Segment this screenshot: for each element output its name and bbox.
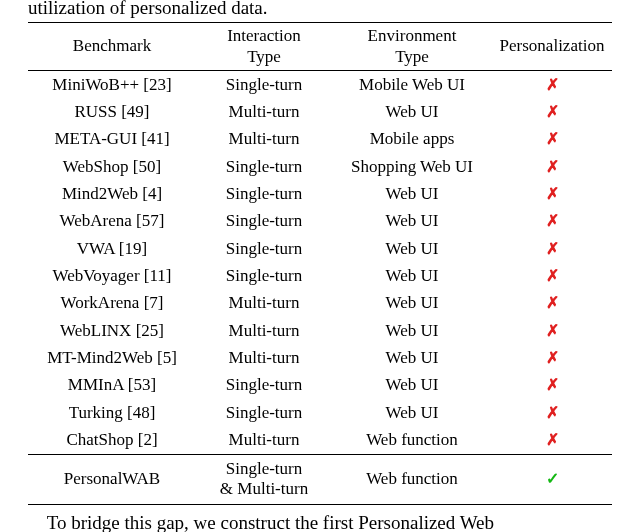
col-personalization: Personalization bbox=[492, 23, 612, 71]
table-row: WebArena [57]Single-turnWeb UI✗ bbox=[28, 208, 612, 235]
cell-personalization: ✗ bbox=[492, 263, 612, 290]
cell-environment: Web UI bbox=[332, 345, 492, 372]
cell-interaction: Single-turn bbox=[196, 181, 332, 208]
cell-interaction: Single-turn bbox=[196, 235, 332, 262]
cell-personalization: ✗ bbox=[492, 235, 612, 262]
cell-benchmark: Mind2Web [4] bbox=[28, 181, 196, 208]
cell-personalization: ✗ bbox=[492, 126, 612, 153]
cell-benchmark: META-GUI [41] bbox=[28, 126, 196, 153]
cell-interaction: Multi-turn bbox=[196, 345, 332, 372]
col-interaction: Interaction Type bbox=[196, 23, 332, 71]
table-row: WebShop [50]Single-turnShopping Web UI✗ bbox=[28, 153, 612, 180]
table-header: Benchmark Interaction Type Environment T… bbox=[28, 23, 612, 71]
col-benchmark: Benchmark bbox=[28, 23, 196, 71]
cell-environment: Web UI bbox=[332, 181, 492, 208]
cell-personalization: ✗ bbox=[492, 345, 612, 372]
cross-icon: ✗ bbox=[546, 158, 559, 175]
cell-benchmark: ChatShop [2] bbox=[28, 427, 196, 455]
cell-benchmark: WorkArena [7] bbox=[28, 290, 196, 317]
cell-interaction: Single-turn bbox=[196, 71, 332, 99]
cell-personalization: ✗ bbox=[492, 427, 612, 455]
cell-environment: Web UI bbox=[332, 208, 492, 235]
cell-personalization: ✗ bbox=[492, 99, 612, 126]
table-body: MiniWoB++ [23]Single-turnMobile Web UI✗R… bbox=[28, 71, 612, 505]
cell-environment: Web function bbox=[332, 427, 492, 455]
table-row: ChatShop [2]Multi-turnWeb function✗ bbox=[28, 427, 612, 455]
cell-benchmark: WebVoyager [11] bbox=[28, 263, 196, 290]
cross-icon: ✗ bbox=[546, 103, 559, 120]
cell-benchmark: WebLINX [25] bbox=[28, 317, 196, 344]
table-row: Mind2Web [4]Single-turnWeb UI✗ bbox=[28, 181, 612, 208]
cross-icon: ✗ bbox=[546, 76, 559, 93]
cell-environment: Web UI bbox=[332, 99, 492, 126]
cell-personalization: ✗ bbox=[492, 372, 612, 399]
cell-benchmark: VWA [19] bbox=[28, 235, 196, 262]
table-row: WorkArena [7]Multi-turnWeb UI✗ bbox=[28, 290, 612, 317]
cross-icon: ✗ bbox=[546, 267, 559, 284]
cell-interaction: Single-turn bbox=[196, 372, 332, 399]
cell-personalization: ✗ bbox=[492, 290, 612, 317]
cropped-bottom-text: To bridge this gap, we construct the fir… bbox=[28, 512, 612, 532]
cell-benchmark: PersonalWAB bbox=[28, 455, 196, 505]
cell-environment: Web UI bbox=[332, 290, 492, 317]
table-row: WebLINX [25]Multi-turnWeb UI✗ bbox=[28, 317, 612, 344]
cell-interaction: Single-turn bbox=[196, 153, 332, 180]
table-footer-row: PersonalWABSingle-turn& Multi-turnWeb fu… bbox=[28, 455, 612, 505]
cell-environment: Mobile apps bbox=[332, 126, 492, 153]
cross-icon: ✗ bbox=[546, 294, 559, 311]
cell-personalization: ✓ bbox=[492, 455, 612, 505]
col-environment: Environment Type bbox=[332, 23, 492, 71]
cell-personalization: ✗ bbox=[492, 153, 612, 180]
cell-benchmark: Turking [48] bbox=[28, 399, 196, 426]
check-icon: ✓ bbox=[546, 470, 559, 487]
cell-interaction: Single-turn bbox=[196, 399, 332, 426]
cell-interaction: Single-turn bbox=[196, 208, 332, 235]
table-row: Turking [48]Single-turnWeb UI✗ bbox=[28, 399, 612, 426]
cell-interaction: Multi-turn bbox=[196, 427, 332, 455]
cross-icon: ✗ bbox=[546, 349, 559, 366]
table-row: MMInA [53]Single-turnWeb UI✗ bbox=[28, 372, 612, 399]
cell-interaction: Single-turn& Multi-turn bbox=[196, 455, 332, 505]
table-row: META-GUI [41]Multi-turnMobile apps✗ bbox=[28, 126, 612, 153]
cell-benchmark: RUSS [49] bbox=[28, 99, 196, 126]
cell-environment: Web UI bbox=[332, 317, 492, 344]
table-row: MiniWoB++ [23]Single-turnMobile Web UI✗ bbox=[28, 71, 612, 99]
cell-environment: Shopping Web UI bbox=[332, 153, 492, 180]
cross-icon: ✗ bbox=[546, 322, 559, 339]
cell-benchmark: MT-Mind2Web [5] bbox=[28, 345, 196, 372]
cross-icon: ✗ bbox=[546, 130, 559, 147]
cell-benchmark: MMInA [53] bbox=[28, 372, 196, 399]
cell-interaction: Multi-turn bbox=[196, 126, 332, 153]
cell-environment: Web UI bbox=[332, 263, 492, 290]
cell-environment: Mobile Web UI bbox=[332, 71, 492, 99]
cell-personalization: ✗ bbox=[492, 71, 612, 99]
cell-interaction: Multi-turn bbox=[196, 317, 332, 344]
cross-icon: ✗ bbox=[546, 376, 559, 393]
cell-benchmark: WebShop [50] bbox=[28, 153, 196, 180]
cross-icon: ✗ bbox=[546, 240, 559, 257]
cell-personalization: ✗ bbox=[492, 208, 612, 235]
cell-benchmark: WebArena [57] bbox=[28, 208, 196, 235]
cell-interaction: Multi-turn bbox=[196, 99, 332, 126]
benchmark-comparison-table: Benchmark Interaction Type Environment T… bbox=[28, 22, 612, 505]
cell-personalization: ✗ bbox=[492, 317, 612, 344]
cell-environment: Web UI bbox=[332, 372, 492, 399]
cell-environment: Web UI bbox=[332, 399, 492, 426]
cell-benchmark: MiniWoB++ [23] bbox=[28, 71, 196, 99]
cross-icon: ✗ bbox=[546, 431, 559, 448]
cross-icon: ✗ bbox=[546, 404, 559, 421]
cell-environment: Web function bbox=[332, 455, 492, 505]
cell-interaction: Multi-turn bbox=[196, 290, 332, 317]
table-row: MT-Mind2Web [5]Multi-turnWeb UI✗ bbox=[28, 345, 612, 372]
table-row: VWA [19]Single-turnWeb UI✗ bbox=[28, 235, 612, 262]
cell-personalization: ✗ bbox=[492, 399, 612, 426]
cell-interaction: Single-turn bbox=[196, 263, 332, 290]
cross-icon: ✗ bbox=[546, 185, 559, 202]
table-row: WebVoyager [11]Single-turnWeb UI✗ bbox=[28, 263, 612, 290]
cross-icon: ✗ bbox=[546, 212, 559, 229]
cropped-top-text: utilization of personalized data. bbox=[28, 0, 612, 19]
cell-personalization: ✗ bbox=[492, 181, 612, 208]
cell-environment: Web UI bbox=[332, 235, 492, 262]
table-row: RUSS [49]Multi-turnWeb UI✗ bbox=[28, 99, 612, 126]
